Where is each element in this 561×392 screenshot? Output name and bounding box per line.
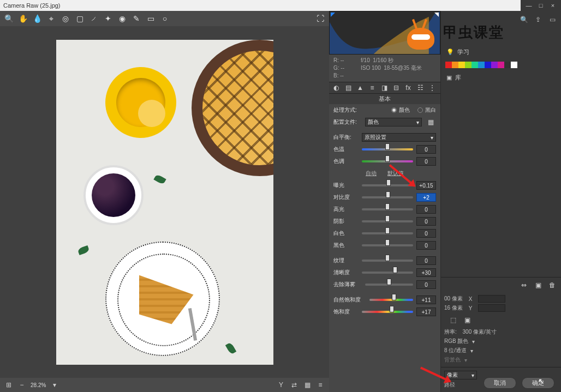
- ok-button[interactable]: 确定: [522, 377, 554, 389]
- shadow-clip-icon[interactable]: [331, 13, 335, 17]
- spot-removal-icon[interactable]: ✦: [104, 14, 112, 23]
- clarity-slider[interactable]: [362, 269, 413, 276]
- color-sampler-icon[interactable]: ⌖: [47, 14, 56, 23]
- straighten-icon[interactable]: ⟋: [89, 14, 98, 23]
- temp-value[interactable]: 0: [416, 145, 436, 154]
- swatch[interactable]: [504, 62, 511, 68]
- clarity-value[interactable]: +30: [416, 268, 436, 277]
- histogram[interactable]: [329, 11, 440, 55]
- y-field[interactable]: [478, 304, 505, 312]
- shadows-value[interactable]: 0: [416, 217, 436, 226]
- contrast-label: 对比度: [333, 194, 359, 201]
- vibrance-value[interactable]: +11: [416, 295, 436, 304]
- clarity-label: 清晰度: [333, 269, 359, 276]
- split-tab-icon[interactable]: ◨: [380, 84, 388, 92]
- target-adjust-icon[interactable]: ◎: [61, 14, 70, 23]
- contrast-value[interactable]: +2: [416, 193, 436, 202]
- x-field[interactable]: [478, 295, 505, 303]
- image-canvas[interactable]: [0, 26, 329, 378]
- zoom-tool-icon[interactable]: 🔍: [4, 14, 13, 23]
- redeye-icon[interactable]: ◉: [118, 14, 127, 23]
- detail-tab-icon[interactable]: ▲: [356, 84, 364, 92]
- trash-icon[interactable]: 🗑: [547, 280, 558, 291]
- crop-tool-icon[interactable]: ▢: [75, 14, 84, 23]
- toolbar: 🔍 ✋ 💧 ⌖ ◎ ▢ ⟋ ✦ ◉ ✎ ▭ ○ ⛶: [0, 11, 329, 26]
- wb-select[interactable]: 原照设置▾: [362, 133, 436, 142]
- auto-link[interactable]: 自动: [366, 170, 377, 177]
- texture-value[interactable]: 0: [416, 256, 436, 265]
- library-icon: ▣: [446, 74, 452, 81]
- highlights-slider[interactable]: [362, 206, 413, 213]
- highlights-value[interactable]: 0: [416, 205, 436, 214]
- swatch[interactable]: [478, 62, 485, 68]
- contrast-slider[interactable]: [362, 194, 413, 201]
- add-mask-icon[interactable]: ▣: [533, 280, 544, 291]
- blacks-slider[interactable]: [362, 242, 413, 249]
- whites-value[interactable]: 0: [416, 229, 436, 238]
- swatch[interactable]: [445, 62, 452, 68]
- swatch[interactable]: [458, 62, 465, 68]
- process-label: 处理方式:: [333, 106, 362, 114]
- watermark-logo: [402, 17, 440, 55]
- profile-grid-icon[interactable]: ▦: [425, 117, 436, 128]
- swatch[interactable]: [511, 62, 517, 68]
- minimize-button[interactable]: —: [524, 1, 534, 10]
- tint-slider[interactable]: [362, 158, 413, 165]
- exposure-value[interactable]: +0.15: [416, 181, 436, 190]
- temp-slider[interactable]: [362, 146, 413, 153]
- swatch[interactable]: [498, 62, 504, 68]
- presets-tab-icon[interactable]: ⋮: [428, 84, 436, 92]
- share-icon[interactable]: ⇪: [533, 14, 544, 25]
- curve-tab-icon[interactable]: ▤: [344, 84, 352, 92]
- wb-eyedropper-icon[interactable]: 💧: [33, 14, 41, 23]
- dehaze-slider[interactable]: [365, 281, 413, 288]
- swatch[interactable]: [485, 62, 491, 68]
- process-bw-radio[interactable]: [417, 107, 423, 113]
- swatch[interactable]: [465, 62, 472, 68]
- lens-tab-icon[interactable]: ⊟: [392, 84, 400, 92]
- panel-tabs: ◐ ▤ ▲ ≡ ◨ ⊟ fx ☷ ⋮: [329, 82, 440, 94]
- maximize-button[interactable]: □: [536, 1, 546, 10]
- fx-tab-icon[interactable]: fx: [404, 84, 412, 92]
- calib-tab-icon[interactable]: ☷: [416, 84, 424, 92]
- texture-slider[interactable]: [362, 257, 413, 264]
- exposure-slider[interactable]: [362, 182, 413, 189]
- highlight-clip-icon[interactable]: [434, 13, 439, 17]
- process-color-radio[interactable]: [391, 107, 397, 113]
- search-icon[interactable]: 🔍: [518, 14, 529, 25]
- swatches[interactable]: [443, 59, 559, 70]
- grad-filter-icon[interactable]: ▭: [146, 14, 155, 23]
- window-controls: — □ ×: [521, 0, 561, 11]
- whites-slider[interactable]: [362, 230, 413, 237]
- learn-panel[interactable]: 💡学习: [443, 46, 559, 58]
- hand-tool-icon[interactable]: ✋: [19, 14, 27, 23]
- swatch[interactable]: [491, 62, 498, 68]
- link-layers-icon[interactable]: ⇔: [518, 280, 529, 291]
- shadows-slider[interactable]: [362, 218, 413, 225]
- library-panel[interactable]: ▣库: [443, 71, 559, 84]
- temp-label: 色温: [333, 146, 359, 153]
- cancel-button[interactable]: 取消: [484, 377, 516, 389]
- window-title: Camera Raw (25.jpg): [3, 2, 61, 9]
- radial-filter-icon[interactable]: ○: [160, 14, 169, 23]
- saturation-slider[interactable]: [362, 308, 413, 316]
- vibrance-slider[interactable]: [369, 296, 413, 304]
- close-button[interactable]: ×: [548, 1, 558, 10]
- profile-select[interactable]: 颜色▾: [365, 118, 422, 126]
- swatch[interactable]: [452, 62, 458, 68]
- properties-panel: 00 像素 X 16 像素 Y ⬚ ▣ 辨率: 300 像素/英寸 RGB 颜色…: [441, 292, 561, 367]
- adjustment-brush-icon[interactable]: ✎: [132, 14, 141, 23]
- shadows-label: 阴影: [333, 218, 359, 225]
- fullscreen-icon[interactable]: ⛶: [316, 14, 325, 23]
- align-h-icon[interactable]: ⬚: [447, 315, 458, 325]
- hsl-tab-icon[interactable]: ≡: [368, 84, 376, 92]
- tint-value[interactable]: 0: [416, 157, 436, 166]
- saturation-value[interactable]: +17: [416, 307, 436, 316]
- workspace-icon[interactable]: ▭: [547, 14, 558, 25]
- basic-tab-icon[interactable]: ◐: [332, 84, 340, 92]
- dehaze-value[interactable]: 0: [416, 280, 436, 289]
- blacks-value[interactable]: 0: [416, 241, 436, 250]
- align-v-icon[interactable]: ▣: [462, 315, 473, 325]
- swatch[interactable]: [472, 62, 478, 68]
- dehaze-label: 去除薄雾: [333, 281, 362, 288]
